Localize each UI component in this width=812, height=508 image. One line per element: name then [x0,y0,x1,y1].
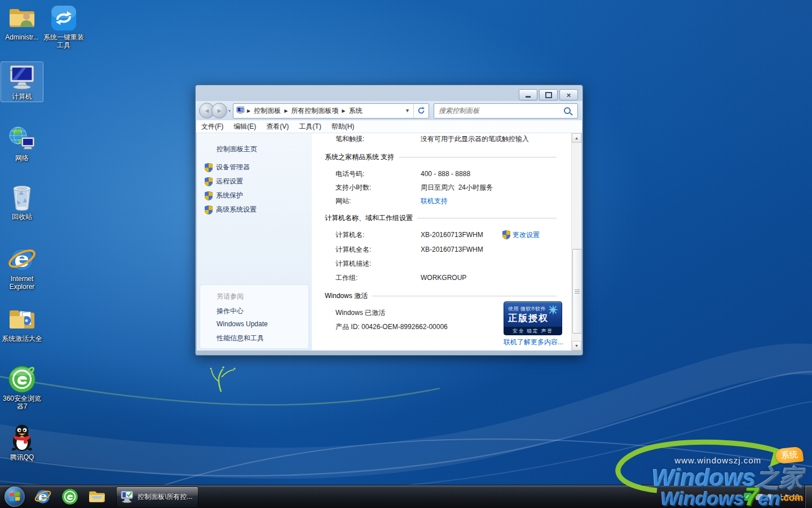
desktop-icon-qq[interactable]: 腾讯QQ [1,424,43,461]
vertical-scrollbar[interactable]: ▲ ▼ [571,133,581,351]
menu-tools[interactable]: 工具(T) [294,122,326,132]
field-value: XB-20160713FWHM [421,231,483,239]
close-button[interactable]: × [559,89,578,100]
field-label: 计算机描述: [336,259,421,269]
computer-name-row: 计算机名: XB-20160713FWHM 更改设置 [336,229,557,240]
desktop-icon-administrator[interactable]: Administr... [1,5,43,41]
search-icon[interactable] [564,107,571,114]
desktop-icon-360-browser[interactable]: 360安全浏览器7 [1,366,43,410]
refresh-button[interactable] [413,104,429,118]
desktop-icon-activation-folder[interactable]: 系统激活大全 [1,306,43,343]
start-button[interactable] [0,485,29,508]
address-dropdown-icon[interactable]: ▼ [401,108,413,113]
scroll-down-button[interactable]: ▼ [572,341,581,351]
breadcrumb-all-items[interactable]: 所有控制面板项 [288,106,342,116]
sidebar-item-performance-tools[interactable]: 性能信息和工具 [217,334,264,343]
computer-icon [8,64,36,91]
support-hours-row: 支持小时数: 周日至周六 24小时服务 [336,182,557,193]
show-desktop-button[interactable] [805,485,812,508]
sidebar-item-device-manager[interactable]: 设备管理器 [205,163,250,172]
360-browser-icon [61,488,78,505]
section-title: Windows 激活 [325,291,368,301]
volume-tray-icon[interactable] [767,494,772,500]
history-dropdown-icon[interactable]: ▾ [228,108,231,113]
field-value: 没有可用于此显示器的笔或触控输入 [421,134,529,144]
menu-view[interactable]: 查看(V) [261,122,294,132]
sidebar-item-advanced-settings[interactable]: 高级系统设置 [205,205,257,214]
product-id: 产品 ID: 00426-OEM-8992662-00006 [336,322,448,332]
system-tray: ▲ ✓ 上午 10: [735,485,803,508]
description-row: 计算机描述: [336,258,557,269]
hidden-icons-chevron-icon[interactable]: ▲ [735,494,740,500]
desktop-icon-computer[interactable]: 计算机 [1,62,43,102]
taskbar-explorer[interactable] [83,485,111,508]
desktop-icon-label: 系统激活大全 [1,335,43,343]
taskbar-active-task-control-panel[interactable]: 控制面板\所有控... [116,487,198,507]
action-center-check-icon[interactable]: ✓ [744,493,752,501]
internet-explorer-icon [34,488,51,505]
folder-icon [88,489,106,504]
desktop-icon-recycle-bin[interactable]: 回收站 [1,184,43,221]
internet-explorer-icon [8,246,36,273]
360-browser-icon [8,366,36,393]
sidebar-item-label: 远程设置 [216,177,243,186]
taskbar-internet-explorer[interactable] [29,485,56,508]
taskbar-clock[interactable]: 上午 10: [776,493,803,501]
field-label: 网站: [336,196,421,206]
taskbar-360-browser[interactable] [56,485,83,508]
sidebar-item-remote-settings[interactable]: 远程设置 [205,177,243,186]
window-body: 控制面板主页 设备管理器 远程设置 系统 [197,133,581,351]
system-control-panel-window: × ◄ ► ▾ ▶ 控制面板 ▶ 所有控制面板项 ▶ 系统 ▼ [195,85,583,356]
uac-shield-icon [205,191,213,200]
breadcrumb-system[interactable]: 系统 [345,106,365,116]
desktop-icon-internet-explorer[interactable]: Internet Explorer [1,246,43,291]
search-box[interactable] [434,103,578,119]
field-value: WORKGROUP [421,274,466,282]
search-input[interactable] [434,107,564,115]
menu-file[interactable]: 文件(F) [196,122,228,132]
sidebar-item-label: 设备管理器 [216,163,250,172]
windows-logo-icon [5,487,25,507]
sprout-art [210,366,235,392]
desktop-icon-network[interactable]: 网络 [1,125,43,162]
breadcrumb-control-panel[interactable]: 控制面板 [250,106,284,116]
sidebar-item-system-protection[interactable]: 系统保护 [205,191,243,200]
uac-shield-icon [502,230,510,239]
online-support-link[interactable]: 联机支持 [421,196,448,206]
sidebar-item-windows-update[interactable]: Windows Update [217,320,268,328]
network-icon [8,125,36,152]
field-label: 工作组: [336,273,421,283]
task-button-label: 控制面板\所有控... [138,492,192,502]
sidebar: 控制面板主页 设备管理器 远程设置 系统 [197,133,312,351]
minimize-button[interactable] [519,89,537,100]
desktop-icon-reinstall-tool[interactable]: 系统一键重装工具 [43,5,85,49]
scrollbar-thumb[interactable] [572,249,582,334]
navigation-bar: ◄ ► ▾ ▶ 控制面板 ▶ 所有控制面板项 ▶ 系统 ▼ [196,101,582,120]
change-settings-link[interactable]: 更改设置 [513,230,540,240]
learn-more-online-link[interactable]: 联机了解更多内容... [504,338,563,347]
maximize-button[interactable] [539,89,558,100]
phone-row: 电话号码: 400 - 888 - 8888 [336,168,557,179]
field-label: 计算机全名: [336,245,421,255]
website-row: 网站: 联机支持 [336,195,557,207]
section-title: 计算机名称、域和工作组设置 [325,213,413,223]
menu-help[interactable]: 帮助(H) [326,122,360,132]
uac-shield-icon [205,177,213,186]
desktop-icon-label: 网络 [1,154,43,162]
sidebar-item-label: 系统保护 [216,191,243,200]
sidebar-item-control-panel-home[interactable]: 控制面板主页 [217,144,257,154]
address-bar[interactable]: ▶ 控制面板 ▶ 所有控制面板项 ▶ 系统 ▼ [233,103,429,119]
activation-section-header: Windows 激活 [325,291,557,301]
sidebar-item-action-center[interactable]: 操作中心 [217,306,244,316]
menu-edit[interactable]: 编辑(E) [228,122,261,132]
scroll-up-button[interactable]: ▲ [572,133,581,143]
support-section-header: 系统之家精品系统 支持 [325,152,557,162]
genuine-star-icon [547,304,559,317]
field-label: 笔和触摸: [336,134,421,144]
desktop-icon-label: Administr... [1,33,43,41]
change-settings[interactable]: 更改设置 [502,230,540,240]
network-tray-icon[interactable] [756,494,763,500]
uac-shield-icon [205,205,213,214]
desktop-icon-label: 回收站 [1,213,43,221]
forward-button[interactable]: ► [211,103,227,119]
